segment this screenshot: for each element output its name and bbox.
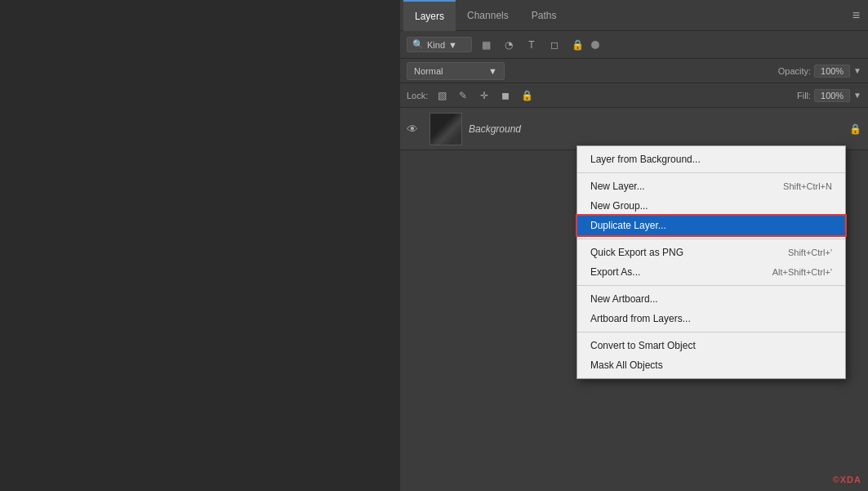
layer-name: Background: [469, 123, 521, 135]
layer-lock-icon: 🔒: [849, 123, 861, 135]
tab-layers[interactable]: Layers: [403, 0, 456, 31]
adjustment-filter-icon[interactable]: ◔: [500, 36, 518, 54]
menu-item-label: Duplicate Layer...: [590, 220, 666, 231]
lock-icons: ▧ ✎ ✛ ◼ 🔒: [433, 87, 536, 105]
lock-pixels-icon[interactable]: ▧: [433, 87, 451, 105]
context-menu: Layer from Background... New Layer... Sh…: [576, 145, 846, 379]
menu-item-label: Layer from Background...: [590, 154, 701, 165]
menu-separator-2: [577, 239, 845, 239]
kind-row: 🔍 Kind ▼ ▦ ◔ T ◻ 🔒: [400, 31, 868, 59]
menu-item-label: New Layer...: [590, 181, 645, 192]
tab-bar: Layers Channels Paths ≡: [400, 0, 868, 31]
tab-paths-label: Paths: [532, 10, 557, 21]
blend-row: Normal ▼ Opacity: 100% ▼: [400, 59, 868, 83]
fill-chevron: ▼: [853, 91, 861, 100]
fill-input[interactable]: 100%: [814, 89, 850, 102]
menu-item-shortcut: Shift+Ctrl+': [788, 248, 832, 257]
search-icon: 🔍: [412, 39, 424, 50]
tab-channels-label: Channels: [467, 10, 509, 21]
opacity-value: 100%: [821, 66, 844, 76]
menu-item-quick-export[interactable]: Quick Export as PNG Shift+Ctrl+': [577, 243, 845, 262]
dot-icon: [591, 41, 599, 49]
watermark-text: XDA: [840, 475, 861, 484]
lock-move-icon[interactable]: ✛: [475, 87, 493, 105]
tab-channels[interactable]: Channels: [456, 0, 520, 31]
blend-mode-value: Normal: [414, 66, 443, 76]
menu-item-shortcut: Shift+Ctrl+N: [783, 181, 832, 191]
tab-layers-label: Layers: [415, 11, 444, 22]
left-panel: [0, 0, 400, 491]
menu-item-label: Artboard from Layers...: [590, 313, 691, 324]
image-filter-icon[interactable]: ▦: [477, 36, 495, 54]
layer-visibility-icon[interactable]: 👁: [407, 123, 423, 136]
panel-menu-icon[interactable]: ≡: [852, 8, 860, 23]
menu-item-new-artboard[interactable]: New Artboard...: [577, 289, 845, 309]
lock-all-icon[interactable]: 🔒: [518, 87, 536, 105]
blend-mode-dropdown[interactable]: Normal ▼: [407, 62, 505, 80]
menu-item-label: Mask All Objects: [590, 359, 663, 371]
menu-item-label: New Group...: [590, 200, 648, 212]
lock-row: Lock: ▧ ✎ ✛ ◼ 🔒 Fill: 100% ▼: [400, 83, 868, 108]
layer-thumbnail: [430, 113, 462, 145]
blend-mode-chevron: ▼: [488, 66, 497, 76]
layer-thumb-image: [430, 114, 461, 145]
fill-label: Fill:: [797, 91, 811, 100]
menu-item-mask-all-objects[interactable]: Mask All Objects: [577, 355, 845, 375]
lock-position-icon[interactable]: ✎: [454, 87, 472, 105]
menu-item-export-as[interactable]: Export As... Alt+Shift+Ctrl+': [577, 262, 845, 282]
menu-item-convert-smart-object[interactable]: Convert to Smart Object: [577, 336, 845, 355]
menu-item-new-layer[interactable]: New Layer... Shift+Ctrl+N: [577, 176, 845, 196]
menu-separator-1: [577, 172, 845, 173]
opacity-label: Opacity:: [778, 66, 811, 76]
type-filter-icon[interactable]: T: [523, 36, 541, 54]
fill-section: Fill: 100% ▼: [797, 89, 861, 102]
menu-item-label: Convert to Smart Object: [590, 340, 696, 351]
opacity-section: Opacity: 100% ▼: [778, 65, 861, 78]
layer-item-background[interactable]: 👁 Background 🔒: [400, 108, 868, 150]
lock-label: Lock:: [407, 91, 428, 100]
menu-item-artboard-from-layers[interactable]: Artboard from Layers...: [577, 309, 845, 328]
menu-separator-3: [577, 285, 845, 286]
menu-item-label: Export As...: [590, 266, 640, 278]
menu-item-label: New Artboard...: [590, 293, 658, 305]
menu-item-shortcut: Alt+Shift+Ctrl+': [772, 267, 832, 277]
menu-item-new-group[interactable]: New Group...: [577, 196, 845, 216]
smart-filter-icon[interactable]: 🔒: [568, 36, 586, 54]
fill-value: 100%: [821, 91, 844, 100]
opacity-input[interactable]: 100%: [814, 65, 850, 78]
watermark: ©XDA: [833, 475, 861, 484]
shape-filter-icon[interactable]: ◻: [545, 36, 563, 54]
menu-item-label: Quick Export as PNG: [590, 247, 683, 258]
chevron-down-icon: ▼: [448, 40, 457, 50]
lock-artboard-icon[interactable]: ◼: [496, 87, 514, 105]
kind-dropdown[interactable]: 🔍 Kind ▼: [407, 37, 472, 52]
menu-separator-4: [577, 332, 845, 333]
menu-item-duplicate-layer[interactable]: Duplicate Layer...: [577, 216, 845, 235]
tab-paths[interactable]: Paths: [520, 0, 568, 31]
opacity-chevron: ▼: [853, 66, 861, 75]
kind-label: Kind: [427, 40, 445, 50]
menu-item-layer-from-background[interactable]: Layer from Background...: [577, 150, 845, 169]
